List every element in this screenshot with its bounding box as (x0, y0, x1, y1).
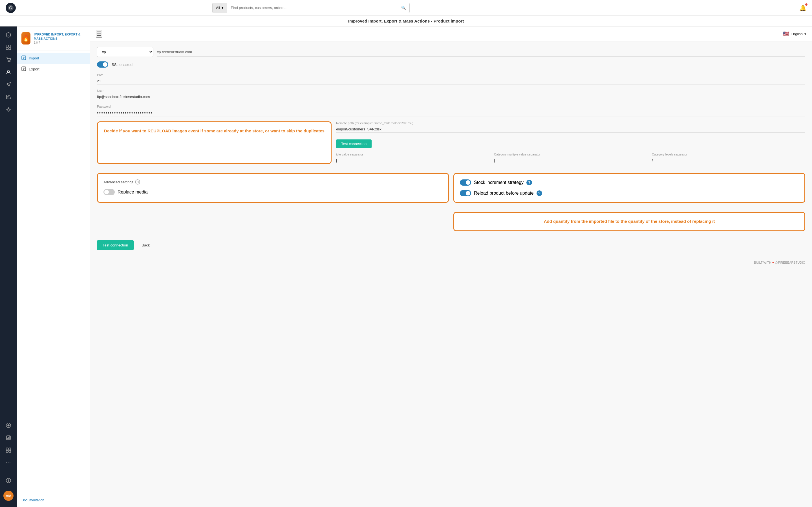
sidebar-item-settings[interactable] (3, 104, 14, 115)
footer: BUILT WITH ♥ @FIREBEARSTUDIO (97, 259, 805, 267)
password-group: Password •••••••••••••••••••••••••• (97, 105, 805, 117)
cat-levels-sep-field: Category levels separator / (652, 153, 805, 164)
avatar-initials: AM (6, 494, 11, 498)
advanced-title: Advanced settings ⊙ (103, 179, 442, 184)
chevron-down-icon: ▾ (221, 6, 223, 10)
password-label: Password (97, 105, 805, 108)
svg-text:G: G (9, 6, 12, 10)
advanced-info-icon[interactable]: ⊙ (135, 179, 140, 184)
search-container: All ▾ 🔍 (212, 3, 410, 13)
content-header: ☰ 🇺🇸 English ▾ (90, 26, 812, 41)
port-value: 21 (97, 78, 805, 84)
sidebar-item-marketing[interactable] (3, 79, 14, 90)
reload-knob (466, 191, 470, 195)
sidebar-item-products[interactable] (3, 42, 14, 53)
svg-point-9 (10, 61, 10, 62)
page-title-bar: Improved Import, Export & Mass Actions -… (0, 16, 812, 26)
increment-row: Stock increment strategy ? (460, 179, 799, 186)
sidebar-item-add[interactable] (3, 420, 14, 431)
nav-item-export[interactable]: Export (17, 64, 90, 75)
multiple-sep-value: | (336, 157, 490, 164)
form-content: ftp ftp.firebearstudio.com SSL enabled P… (90, 41, 812, 507)
plugin-nav: Import Export (17, 50, 90, 77)
svg-point-10 (8, 70, 10, 72)
svg-rect-21 (6, 450, 8, 452)
sidebar-item-more[interactable]: ··· (3, 457, 14, 468)
topbar-logo: G (6, 3, 16, 13)
page-title: Improved Import, Export & Mass Actions -… (348, 18, 464, 23)
svg-rect-5 (9, 45, 11, 47)
topbar: G All ▾ 🔍 🔔 (0, 0, 812, 16)
sidebar-item-grid[interactable] (3, 445, 14, 456)
svg-rect-6 (6, 48, 8, 50)
documentation-link[interactable]: Documentation (21, 498, 44, 502)
sidebar-item-extensions[interactable] (3, 91, 14, 103)
increment-knob (466, 180, 470, 185)
advanced-section: Advanced settings ⊙ Replace media (97, 173, 449, 203)
ftp-row: ftp ftp.firebearstudio.com (97, 47, 805, 57)
svg-point-25 (8, 480, 8, 480)
host-field: ftp.firebearstudio.com (157, 48, 805, 57)
plugin-header: 🔥 IMPROVED IMPORT, EXPORT & MASS ACTIONS… (17, 26, 90, 50)
language-label: English (791, 32, 803, 36)
callout-box-2: Add quantity from the imported file to t… (453, 212, 805, 231)
search-button[interactable]: 🔍 (398, 6, 409, 10)
right-form: Remote path (for example: /some_folder/f… (336, 121, 805, 168)
ssl-label: SSL enabled (112, 62, 133, 67)
callout2-row: Add quantity from the imported file to t… (97, 212, 805, 236)
advanced-stock-row: Advanced settings ⊙ Replace media (97, 173, 805, 207)
advanced-title-text: Advanced settings (103, 180, 133, 184)
user-avatar[interactable]: AM (3, 491, 13, 501)
plugin-sidebar: 🔥 IMPROVED IMPORT, EXPORT & MASS ACTIONS… (17, 26, 90, 507)
stock-section: Stock increment strategy ? Reload produc… (453, 173, 805, 203)
increment-help-icon[interactable]: ? (526, 180, 532, 185)
more-dots-icon: ··· (6, 460, 11, 465)
topbar-right: 🔔 (799, 4, 806, 11)
import-label: Import (29, 56, 39, 60)
port-label: Port (97, 73, 805, 76)
cat-multiple-sep-field: Category multiple value separator | (494, 153, 647, 164)
multiple-sep-field: iple value separator | (336, 153, 490, 164)
back-button[interactable]: Back (137, 240, 154, 250)
replace-media-row: Replace media (103, 189, 442, 195)
search-input[interactable] (227, 3, 398, 13)
plugin-version: 1.0.7 (34, 41, 86, 44)
sidebar-item-help[interactable]: ? (3, 29, 14, 41)
export-label: Export (29, 67, 40, 71)
icon-sidebar: ? (0, 26, 17, 507)
remote-path-group: Remote path (for example: /some_folder/f… (336, 121, 805, 133)
svg-rect-4 (6, 45, 8, 47)
increment-toggle[interactable] (460, 179, 471, 186)
sidebar-item-customers[interactable] (3, 66, 14, 78)
ssl-toggle[interactable] (97, 61, 108, 68)
test-connection-bottom-button[interactable]: Test connection (97, 240, 134, 250)
nav-item-import[interactable]: Import (17, 53, 90, 64)
notification-bell[interactable]: 🔔 (799, 4, 806, 11)
plugin-footer: Documentation (17, 493, 90, 507)
search-type-button[interactable]: All ▾ (213, 3, 227, 13)
reload-toggle[interactable] (460, 190, 471, 196)
sidebar-item-reports[interactable] (3, 432, 14, 443)
svg-point-8 (8, 61, 8, 62)
svg-text:?: ? (8, 33, 9, 37)
user-label: User (97, 89, 805, 93)
search-type-label: All (216, 6, 220, 10)
sidebar-item-orders[interactable] (3, 54, 14, 65)
sidebar-item-info[interactable] (3, 475, 14, 486)
svg-rect-7 (9, 48, 11, 50)
built-with-text: BUILT WITH (754, 261, 771, 264)
hamburger-button[interactable]: ☰ (96, 30, 102, 38)
plugin-title: IMPROVED IMPORT, EXPORT & MASS ACTIONS (34, 33, 86, 41)
ftp-select[interactable]: ftp (97, 47, 153, 57)
user-value: ftp@sandbox.firebearstudio.com (97, 94, 805, 100)
replace-media-toggle[interactable] (103, 189, 115, 195)
reload-help-icon[interactable]: ? (537, 190, 542, 196)
language-selector[interactable]: 🇺🇸 English ▾ (783, 31, 806, 37)
remote-path-value: /import/customers_SAP.xlsx (336, 126, 805, 133)
svg-rect-19 (6, 448, 8, 450)
test-connection-button[interactable]: Test connection (336, 139, 371, 148)
flag-icon: 🇺🇸 (783, 31, 789, 37)
port-group: Port 21 (97, 73, 805, 84)
replace-media-label: Replace media (117, 189, 148, 194)
callout-form-row: Decide if you want to REUPLOAD images ev… (97, 121, 805, 168)
